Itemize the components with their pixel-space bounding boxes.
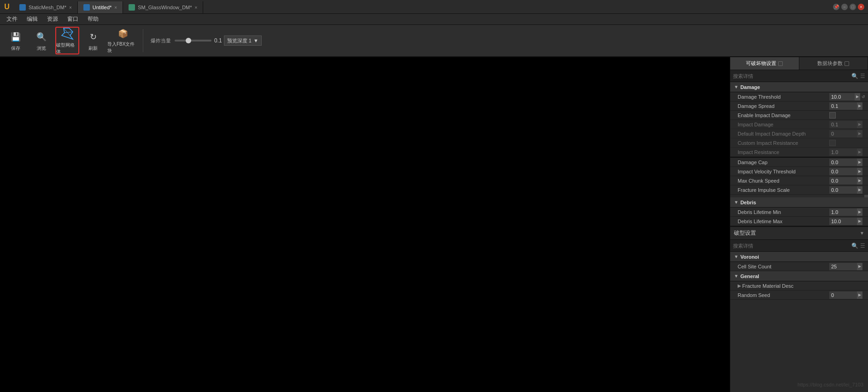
- close-button[interactable]: ×: [858, 4, 864, 10]
- damage-threshold-label: Damage Threshold: [738, 94, 829, 100]
- enable-impact-damage-label: Enable Impact Damage: [738, 113, 829, 118]
- refresh-label: 刷新: [88, 45, 98, 52]
- menu-file[interactable]: 文件: [2, 14, 22, 25]
- max-chunk-speed-spinner[interactable]: ▶: [857, 177, 862, 184]
- debris-lifetime-min-spinner[interactable]: ▶: [857, 208, 862, 216]
- tab-untitled[interactable]: Untitled* ×: [78, 1, 123, 13]
- fracture-material-desc-label: Fracture Material Desc: [742, 283, 866, 289]
- viewport[interactable]: [0, 57, 730, 392]
- damage-spread-input[interactable]: [829, 102, 857, 110]
- tab-settings-icon: [778, 61, 783, 66]
- refresh-button[interactable]: ↻ 刷新: [81, 27, 105, 54]
- search-input-top[interactable]: [733, 73, 850, 79]
- damage-cap-spinner[interactable]: ▶: [857, 159, 862, 166]
- prop-default-impact-damage-depth: Default Impact Damage Depth ▶: [730, 129, 868, 138]
- fracture-impulse-scale-label: Fracture Impulse Scale: [738, 187, 829, 193]
- default-impact-damage-depth-value: ▶: [829, 130, 866, 137]
- section-voronoi-header[interactable]: ▼ Voronoi: [730, 252, 868, 262]
- scrollbar[interactable]: [864, 195, 868, 197]
- damage-threshold-reset[interactable]: ↺: [861, 94, 867, 100]
- cell-site-count-spinner[interactable]: ▶: [857, 263, 862, 270]
- impact-resistance-label: Impact Resistance: [738, 149, 829, 155]
- minimize-button[interactable]: −: [841, 4, 848, 10]
- debris-lifetime-max-spinner[interactable]: ▶: [857, 218, 862, 225]
- tab-staticmesh[interactable]: StaticMesh_DM* ×: [14, 1, 78, 13]
- settings-icon-bottom[interactable]: ☰: [860, 243, 865, 249]
- menubar: 文件 编辑 资源 窗口 帮助: [0, 14, 868, 25]
- enable-impact-damage-checkbox[interactable]: [829, 112, 836, 119]
- debris-title: Debris: [740, 200, 756, 205]
- max-chunk-speed-input[interactable]: [829, 177, 857, 184]
- menu-window[interactable]: 窗口: [63, 14, 83, 25]
- search-bar-bottom: 🔍 ☰: [730, 240, 868, 252]
- damage-spread-spinner[interactable]: ▶: [857, 102, 862, 110]
- menu-assets[interactable]: 资源: [42, 14, 63, 25]
- save-label: 保存: [11, 45, 20, 52]
- prop-enable-impact-damage: Enable Impact Damage: [730, 111, 868, 120]
- pin-button[interactable]: 📌: [833, 4, 839, 10]
- settings-icon-top[interactable]: ☰: [860, 73, 865, 79]
- tab-glasswindow[interactable]: SM_GlassWindow_DM* ×: [123, 1, 203, 13]
- cell-site-count-label: Cell Site Count: [738, 264, 829, 269]
- explode-value: 0.1: [214, 37, 222, 44]
- impact-velocity-threshold-input[interactable]: [829, 168, 857, 175]
- tab-staticmesh-label: StaticMesh_DM*: [29, 5, 66, 10]
- tab-staticmesh-close[interactable]: ×: [69, 5, 72, 10]
- prop-damage-spread: Damage Spread ▶: [730, 101, 868, 111]
- fracture-material-expand-icon[interactable]: ▶: [738, 283, 741, 288]
- prop-random-seed: Random Seed ▶: [730, 291, 868, 300]
- prop-debris-lifetime-max: Debris Lifetime Max ▶: [730, 217, 868, 226]
- damage-spread-value: ▶: [829, 102, 866, 110]
- main-layout: 可破坏物设置 数据块参数 🔍 ☰ ▼ Damage Damage Thresho: [0, 57, 868, 392]
- impact-damage-spinner: ▶: [857, 121, 862, 128]
- damage-spread-label: Damage Spread: [738, 103, 829, 109]
- tab-untitled-close[interactable]: ×: [114, 5, 117, 10]
- custom-impact-resistance-label: Custom Impact Resistance: [738, 140, 829, 146]
- fracture-label: 破型网格体: [56, 42, 78, 55]
- damage-threshold-input[interactable]: [829, 93, 855, 101]
- section-debris-header[interactable]: ▼ Debris: [730, 197, 868, 208]
- cell-site-count-input[interactable]: [829, 263, 857, 270]
- tab-destructible-settings[interactable]: 可破坏物设置: [730, 57, 799, 70]
- browse-button[interactable]: 🔍 浏览: [29, 27, 53, 54]
- menu-edit[interactable]: 编辑: [22, 14, 42, 25]
- search-icon-top: 🔍: [851, 73, 858, 79]
- preview-depth-select[interactable]: 预览深度 1 ▼: [224, 36, 262, 46]
- section-damage-header[interactable]: ▼ Damage: [730, 82, 868, 92]
- general-title: General: [740, 273, 759, 279]
- damage-threshold-value: ▶ ↺: [829, 93, 866, 101]
- impact-velocity-spinner[interactable]: ▶: [857, 168, 862, 175]
- maximize-button[interactable]: □: [850, 4, 856, 10]
- explode-slider[interactable]: [175, 40, 211, 42]
- random-seed-label: Random Seed: [738, 292, 829, 298]
- damage-cap-label: Damage Cap: [738, 160, 829, 165]
- glasswindow-icon: [129, 4, 135, 11]
- impact-damage-label: Impact Damage: [738, 122, 829, 127]
- tab-glasswindow-label: SM_GlassWindow_DM*: [138, 5, 192, 10]
- section-general-header[interactable]: ▼ General: [730, 271, 868, 281]
- random-seed-input[interactable]: [829, 291, 857, 299]
- url-watermark: https://blog.csdn.net/lei_7103: [798, 382, 863, 387]
- debris-lifetime-max-input[interactable]: [829, 218, 857, 225]
- debris-lifetime-min-input[interactable]: [829, 208, 857, 216]
- impact-resistance-spinner: ▶: [857, 148, 862, 156]
- save-icon: 💾: [8, 30, 23, 44]
- fracture-impulse-scale-spinner[interactable]: ▶: [857, 186, 862, 194]
- damage-cap-value: ▶: [829, 159, 866, 166]
- fracture-button[interactable]: 破型网格体: [55, 27, 79, 54]
- tab-glasswindow-close[interactable]: ×: [195, 5, 198, 10]
- menu-help[interactable]: 帮助: [83, 14, 103, 25]
- slider-thumb: [186, 38, 191, 43]
- random-seed-spinner[interactable]: ▶: [857, 291, 862, 299]
- prop-custom-impact-resistance: Custom Impact Resistance: [730, 138, 868, 148]
- tab-chunk-params[interactable]: 数据块参数: [799, 57, 868, 70]
- damage-title: Damage: [740, 84, 760, 90]
- second-panel-expand-icon[interactable]: ▼: [860, 231, 864, 236]
- search-input-bottom[interactable]: [733, 243, 850, 249]
- save-button[interactable]: 💾 保存: [4, 27, 28, 54]
- fracture-impulse-scale-input[interactable]: [829, 186, 857, 194]
- import-button[interactable]: 📦 导入FBX文件块: [107, 27, 139, 54]
- damage-cap-input[interactable]: [829, 159, 857, 166]
- tab-destructible-label: 可破坏物设置: [746, 60, 776, 67]
- damage-threshold-spinner[interactable]: ▶: [855, 93, 860, 101]
